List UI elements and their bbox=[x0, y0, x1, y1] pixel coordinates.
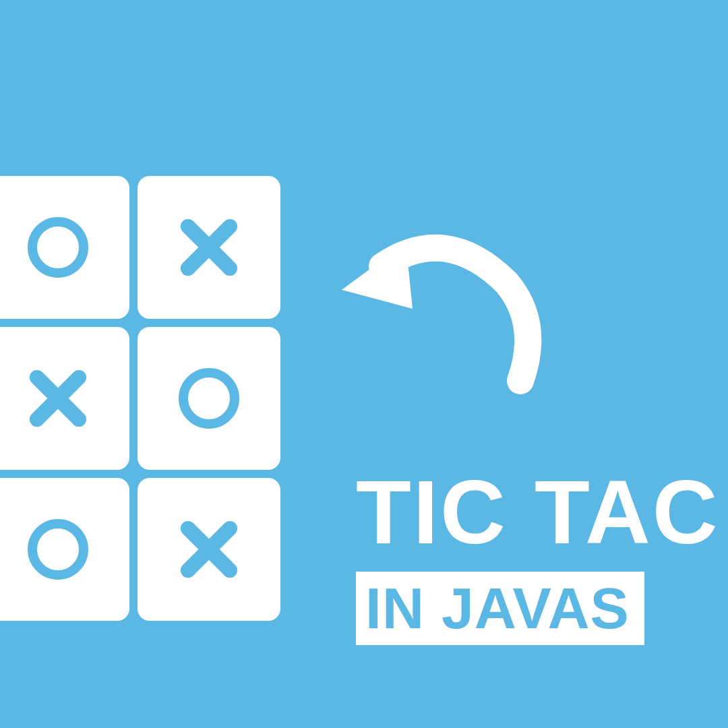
board-cell[interactable] bbox=[138, 478, 280, 621]
curved-arrow-icon bbox=[318, 202, 561, 421]
o-mark-icon bbox=[28, 217, 88, 278]
o-mark-icon bbox=[28, 519, 88, 580]
subtitle-badge: IN JAVAS bbox=[356, 572, 644, 645]
x-mark-icon bbox=[179, 519, 239, 580]
board-cell[interactable] bbox=[138, 176, 280, 319]
main-title: TIC TAC bbox=[356, 460, 720, 564]
board-cell[interactable] bbox=[0, 176, 129, 319]
o-mark-icon bbox=[179, 368, 239, 429]
game-board bbox=[0, 176, 280, 621]
x-mark-icon bbox=[28, 368, 88, 429]
x-mark-icon bbox=[179, 217, 239, 278]
board-cell[interactable] bbox=[138, 327, 280, 470]
board-cell[interactable] bbox=[0, 327, 129, 470]
subtitle-text: IN JAVAS bbox=[365, 576, 630, 640]
board-cell[interactable] bbox=[0, 478, 129, 621]
